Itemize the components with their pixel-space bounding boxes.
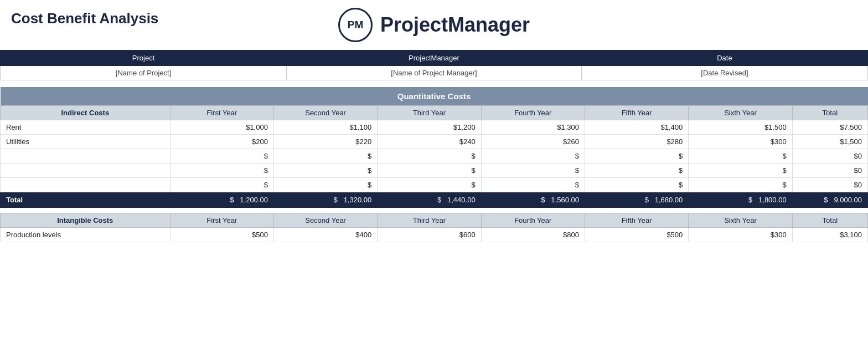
row-y3: $	[378, 164, 481, 178]
indirect-total-row: Total $ 1,200.00 $ 1,320.00 $ 1,440.00 $…	[1, 192, 868, 208]
row-y2: $	[273, 164, 377, 178]
main-table: Quantitative Costs Indirect Costs First …	[0, 87, 868, 242]
col-header-intangible: Intangible Costs	[1, 213, 170, 228]
row-y6: $	[689, 149, 792, 164]
table-row: $ $ $ $ $ $ $0	[1, 178, 868, 192]
row-y4: $260	[481, 135, 585, 149]
row-y4: $	[481, 149, 585, 164]
row-y2: $220	[273, 135, 377, 149]
total-y3: $ 1,440.00	[378, 192, 481, 208]
info-col2-value: [Name of Project Manager]	[287, 66, 582, 80]
total-all: $ 9,000.00	[792, 192, 867, 208]
total-y4: $ 1,560.00	[481, 192, 585, 208]
row-y1: $200	[170, 135, 273, 149]
table-row: Utilities $200 $220 $240 $260 $280 $300 …	[1, 135, 868, 149]
row-y2: $	[273, 149, 377, 164]
total-y1: $ 1,200.00	[170, 192, 273, 208]
row-y1: $	[170, 178, 273, 192]
col-header-int-total: Total	[792, 213, 867, 228]
col-header-y3: Third Year	[378, 106, 481, 120]
col-header-indirect: Indirect Costs	[1, 106, 170, 120]
col-header-y6: Sixth Year	[689, 106, 792, 120]
info-col3-label: Date	[581, 50, 867, 66]
row-y3: $1,200	[378, 120, 481, 135]
row-label	[1, 149, 170, 164]
col-header-int-y4: Fourth Year	[481, 213, 585, 228]
quantitative-title: Quantitative Costs	[1, 87, 868, 106]
page-title: Cost Benefit Analysis	[11, 10, 158, 27]
total-y2: $ 1,320.00	[273, 192, 377, 208]
row-y1: $1,000	[170, 120, 273, 135]
total-y6: $ 1,800.00	[689, 192, 792, 208]
row-y6: $1,500	[689, 120, 792, 135]
logo-name: ProjectManager	[380, 13, 530, 37]
col-header-y4: Fourth Year	[481, 106, 585, 120]
total-label: Total	[1, 192, 170, 208]
col-header-total: Total	[792, 106, 867, 120]
col-header-int-y2: Second Year	[273, 213, 377, 228]
row-y5: $1,400	[585, 120, 688, 135]
row-y5: $500	[585, 228, 688, 242]
col-header-int-y5: Fifth Year	[585, 213, 688, 228]
row-y5: $	[585, 164, 688, 178]
table-row: Production levels $500 $400 $600 $800 $5…	[1, 228, 868, 242]
info-col2-label: ProjectManager	[287, 50, 582, 66]
col-header-int-y6: Sixth Year	[689, 213, 792, 228]
row-total: $1,500	[792, 135, 867, 149]
row-y2: $400	[273, 228, 377, 242]
col-header-int-y3: Third Year	[378, 213, 481, 228]
quantitative-section-header: Quantitative Costs	[1, 87, 868, 106]
row-y6: $	[689, 178, 792, 192]
row-y5: $	[585, 149, 688, 164]
row-total: $0	[792, 178, 867, 192]
logo-area: PM ProjectManager	[338, 8, 530, 42]
table-row: $ $ $ $ $ $ $0	[1, 149, 868, 164]
row-y6: $	[689, 164, 792, 178]
spacing-row	[1, 208, 868, 213]
row-label: Utilities	[1, 135, 170, 149]
indirect-col-headers: Indirect Costs First Year Second Year Th…	[1, 106, 868, 120]
table-row: $ $ $ $ $ $ $0	[1, 164, 868, 178]
row-y2: $1,100	[273, 120, 377, 135]
info-table: Project ProjectManager Date [Name of Pro…	[0, 50, 868, 80]
row-y2: $	[273, 178, 377, 192]
col-header-y5: Fifth Year	[585, 106, 688, 120]
col-header-y2: Second Year	[273, 106, 377, 120]
row-y5: $280	[585, 135, 688, 149]
row-total: $7,500	[792, 120, 867, 135]
row-y6: $300	[689, 135, 792, 149]
table-row: Rent $1,000 $1,100 $1,200 $1,300 $1,400 …	[1, 120, 868, 135]
row-label	[1, 178, 170, 192]
col-header-y1: First Year	[170, 106, 273, 120]
row-label: Rent	[1, 120, 170, 135]
row-y1: $	[170, 164, 273, 178]
logo-icon: PM	[338, 8, 373, 42]
row-y6: $300	[689, 228, 792, 242]
header: Cost Benefit Analysis PM ProjectManager	[0, 0, 868, 47]
row-y4: $	[481, 164, 585, 178]
info-col1-label: Project	[1, 50, 287, 66]
row-total: $0	[792, 149, 867, 164]
row-y1: $	[170, 149, 273, 164]
row-y5: $	[585, 178, 688, 192]
intangible-col-headers: Intangible Costs First Year Second Year …	[1, 213, 868, 228]
row-y1: $500	[170, 228, 273, 242]
row-y3: $	[378, 178, 481, 192]
row-total: $3,100	[792, 228, 867, 242]
total-y5: $ 1,680.00	[585, 192, 688, 208]
page: Cost Benefit Analysis PM ProjectManager …	[0, 0, 868, 347]
row-y4: $	[481, 178, 585, 192]
row-y3: $	[378, 149, 481, 164]
row-y4: $1,300	[481, 120, 585, 135]
info-header-row: Project ProjectManager Date	[1, 50, 868, 66]
row-label: Production levels	[1, 228, 170, 242]
info-value-row: [Name of Project] [Name of Project Manag…	[1, 66, 868, 80]
row-total: $0	[792, 164, 867, 178]
row-y3: $240	[378, 135, 481, 149]
row-y4: $800	[481, 228, 585, 242]
info-col1-value: [Name of Project]	[1, 66, 287, 80]
col-header-int-y1: First Year	[170, 213, 273, 228]
info-col3-value: [Date Revised]	[581, 66, 867, 80]
row-y3: $600	[378, 228, 481, 242]
row-label	[1, 164, 170, 178]
